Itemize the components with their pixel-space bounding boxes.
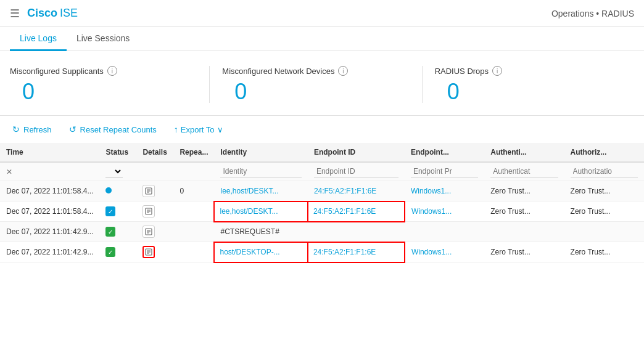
endpoint-id-value[interactable]: 24:F5:A2:F1:F1:6E: [313, 248, 376, 256]
stat-network-devices-value: 0: [222, 81, 247, 103]
details-icon[interactable]: [142, 246, 155, 258]
cell-authz: [564, 222, 644, 242]
filter-identity-cell[interactable]: [214, 162, 307, 181]
cell-identity[interactable]: host/DESKTOP-...: [214, 242, 307, 262]
cell-status: ✓: [99, 222, 136, 242]
col-header-repeat: Repea...: [173, 143, 214, 162]
cell-repeat: [173, 201, 214, 222]
brand: Cisco ISE: [27, 7, 78, 20]
export-label: Export To: [181, 125, 215, 134]
menu-icon[interactable]: ☰: [10, 7, 20, 20]
stat-supplicants-label: Misconfigured Supplicants i: [10, 66, 117, 76]
table-row: Dec 07, 2022 11:01:58.4...✓lee,host/DESK…: [0, 201, 644, 222]
info-icon-network-devices[interactable]: i: [338, 66, 348, 76]
info-icon-supplicants[interactable]: i: [107, 66, 117, 76]
table-row: Dec 07, 2022 11:01:58.4...0lee,host/DESK…: [0, 181, 644, 201]
cell-endpoint2: [405, 222, 484, 242]
live-logs-table: Time Status Details Repea... Identity En…: [0, 143, 644, 263]
identity-value[interactable]: lee,host/DESKT...: [220, 207, 278, 216]
endpoint2-filter-input[interactable]: [411, 166, 478, 177]
stat-supplicants: Misconfigured Supplicants i 0: [10, 66, 210, 103]
filter-repeat-cell: [173, 162, 214, 181]
cell-authz: Zero Trust...: [564, 242, 644, 262]
status-check-green-icon: ✓: [105, 247, 115, 257]
cell-authz: Zero Trust...: [564, 201, 644, 222]
export-to-button[interactable]: ↑ Export To ∨: [171, 122, 226, 137]
cell-status: [99, 181, 136, 201]
filter-ep2-cell[interactable]: [405, 162, 484, 181]
cell-repeat: [173, 222, 214, 242]
status-check-blue-icon: ✓: [105, 206, 115, 216]
identity-value[interactable]: lee,host/DESKT...: [220, 187, 278, 195]
table-row: Dec 07, 2022 11:01:42.9...✓#CTSREQUEST#: [0, 222, 644, 242]
status-filter-select[interactable]: [105, 165, 123, 178]
stat-supplicants-value: 0: [10, 81, 35, 103]
cell-status: ✓: [99, 242, 136, 262]
cell-endpoint-id[interactable]: 24:F5:A2:F1:F1:6E: [308, 201, 405, 222]
filter-status-cell[interactable]: [99, 162, 136, 181]
tab-bar: Live Logs Live Sessions: [0, 27, 644, 51]
endpoint-id-value[interactable]: 24:F5:A2:F1:F1:6E: [313, 207, 376, 216]
authz-filter-input[interactable]: [571, 166, 638, 177]
close-filter-icon[interactable]: ✕: [6, 168, 12, 176]
filter-endpoint-cell[interactable]: [308, 162, 405, 181]
col-header-time: Time: [0, 143, 99, 162]
cell-endpoint-id[interactable]: 24:F5:A2:F1:F1:6E: [308, 181, 405, 201]
status-check-green-icon: ✓: [105, 227, 115, 237]
col-header-authenti: Authenti...: [484, 143, 564, 162]
cell-details[interactable]: [136, 242, 173, 262]
cell-auth: [484, 222, 564, 242]
details-icon[interactable]: [142, 205, 155, 218]
cell-endpoint-id[interactable]: 24:F5:A2:F1:F1:6E: [308, 242, 405, 262]
filter-close-cell: ✕: [0, 162, 99, 181]
filter-details-cell: [136, 162, 173, 181]
identity-value[interactable]: host/DESKTOP-...: [220, 248, 279, 256]
details-icon[interactable]: [142, 185, 155, 197]
tab-live-logs[interactable]: Live Logs: [10, 27, 67, 51]
cell-endpoint2: Windows1...: [405, 201, 484, 222]
cell-repeat: [173, 242, 214, 262]
reset-icon: ↺: [69, 124, 76, 134]
stat-radius-drops-label: RADIUS Drops i: [435, 66, 502, 76]
reset-repeat-counts-button[interactable]: ↺ Reset Repeat Counts: [67, 122, 159, 137]
cell-auth: Zero Trust...: [484, 181, 564, 201]
col-header-details: Details: [136, 143, 173, 162]
table-header-row: Time Status Details Repea... Identity En…: [0, 143, 644, 162]
col-header-endpoint2: Endpoint...: [405, 143, 484, 162]
cell-endpoint-id[interactable]: [308, 222, 405, 242]
endpoint-id-value[interactable]: 24:F5:A2:F1:F1:6E: [314, 187, 376, 195]
details-icon[interactable]: [142, 226, 155, 238]
info-icon-radius-drops[interactable]: i: [492, 66, 502, 76]
auth-filter-input[interactable]: [490, 166, 558, 177]
export-icon: ↑: [174, 124, 178, 134]
brand-cisco-text: Cisco: [27, 7, 57, 20]
tab-live-sessions[interactable]: Live Sessions: [67, 27, 139, 51]
cell-time: Dec 07, 2022 11:01:58.4...: [0, 201, 99, 222]
endpoint-id-filter-input[interactable]: [314, 166, 398, 177]
identity-value: #CTSREQUEST#: [220, 227, 279, 236]
identity-filter-input[interactable]: [220, 166, 301, 177]
cell-status: ✓: [99, 201, 136, 222]
col-header-identity: Identity: [214, 143, 307, 162]
cell-details[interactable]: [136, 181, 173, 201]
cell-auth: Zero Trust...: [484, 242, 564, 262]
refresh-label: Refresh: [23, 125, 52, 134]
cell-details[interactable]: [136, 201, 173, 222]
col-header-endpoint-id: Endpoint ID: [308, 143, 405, 162]
filter-row: ✕: [0, 162, 644, 181]
col-header-status: Status: [99, 143, 136, 162]
cell-identity[interactable]: lee,host/DESKT...: [214, 181, 307, 201]
cell-authz: Zero Trust...: [564, 181, 644, 201]
refresh-button[interactable]: ↻ Refresh: [10, 122, 54, 137]
cell-identity[interactable]: #CTSREQUEST#: [214, 222, 307, 242]
filter-auth-cell[interactable]: [484, 162, 564, 181]
cell-identity[interactable]: lee,host/DESKT...: [214, 201, 307, 222]
col-header-authoriz: Authoriz...: [564, 143, 644, 162]
stat-network-devices-label: Misconfigured Network Devices i: [222, 66, 348, 76]
stat-network-devices: Misconfigured Network Devices i 0: [210, 66, 422, 103]
brand-ise-text: ISE: [60, 7, 78, 20]
cell-details[interactable]: [136, 222, 173, 242]
filter-authz-cell[interactable]: [564, 162, 644, 181]
cell-auth: Zero Trust...: [484, 201, 564, 222]
header: ☰ Cisco ISE Operations • RADIUS: [0, 0, 644, 27]
